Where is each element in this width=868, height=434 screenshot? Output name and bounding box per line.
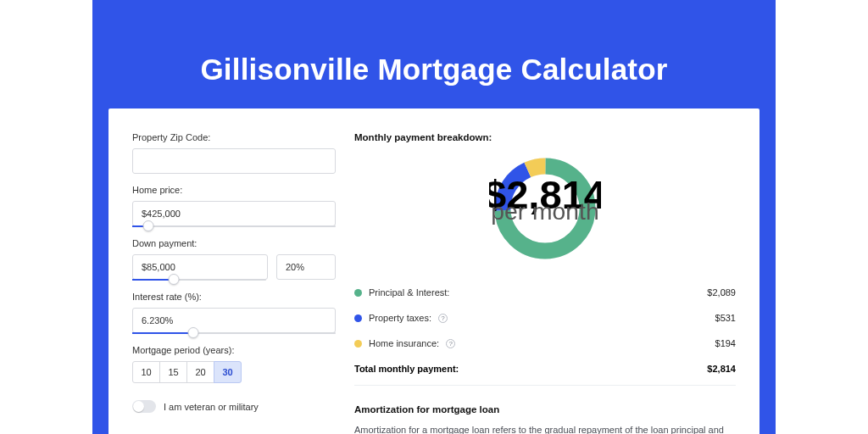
interest-input[interactable]: [132, 308, 336, 333]
zip-field: Property Zip Code:: [132, 132, 336, 174]
zip-input[interactable]: [132, 148, 336, 174]
interest-slider-fill: [132, 332, 193, 334]
label-total: Total monthly payment:: [354, 364, 459, 374]
amortization-title: Amortization for mortgage loan: [354, 404, 736, 415]
info-icon[interactable]: ?: [446, 339, 455, 348]
interest-field: Interest rate (%):: [132, 292, 336, 334]
veteran-label: I am veteran or military: [164, 402, 259, 412]
calculator-card: Property Zip Code: Home price: Down paym…: [108, 108, 760, 434]
value-principal: $2,089: [707, 287, 736, 298]
page: Gillisonville Mortgage Calculator Proper…: [0, 0, 868, 434]
dot-taxes: [354, 314, 362, 322]
donut-sub: per month: [491, 198, 598, 225]
donut-svg: $2,814 per month: [489, 153, 601, 264]
interest-slider-thumb[interactable]: [188, 327, 199, 338]
down-payment-field: Down payment:: [132, 238, 336, 281]
dot-principal: [354, 289, 362, 297]
label-principal: Principal & Interest:: [369, 287, 449, 298]
period-20[interactable]: 20: [186, 361, 214, 383]
dot-insurance: [354, 340, 362, 348]
home-price-field: Home price:: [132, 185, 336, 227]
amortization-text: Amortization for a mortgage loan refers …: [354, 423, 736, 434]
period-field: Mortgage period (years): 10 15 20 30: [132, 345, 336, 383]
legend-row-tax: Property taxes: ? $531: [354, 305, 736, 331]
breakdown-panel: Monthly payment breakdown: $2,814 per mo…: [354, 132, 736, 434]
down-payment-slider[interactable]: [132, 279, 266, 281]
label-taxes: Property taxes:: [369, 313, 431, 323]
veteran-toggle-knob: [133, 401, 144, 412]
interest-slider[interactable]: [132, 332, 336, 334]
donut-chart: $2,814 per month: [354, 153, 736, 264]
period-15[interactable]: 15: [159, 361, 187, 383]
legend: Principal & Interest: $2,089 Property ta…: [354, 280, 736, 381]
veteran-row: I am veteran or military: [132, 400, 336, 413]
value-total: $2,814: [707, 364, 736, 374]
page-title: Gillisonville Mortgage Calculator: [0, 53, 868, 86]
veteran-toggle[interactable]: [132, 400, 156, 413]
legend-row-ins: Home insurance: ? $194: [354, 331, 736, 356]
period-label: Mortgage period (years):: [132, 345, 336, 355]
divider: [354, 385, 736, 386]
period-30[interactable]: 30: [214, 361, 242, 383]
info-icon[interactable]: ?: [438, 314, 448, 323]
inputs-panel: Property Zip Code: Home price: Down paym…: [132, 132, 336, 434]
home-price-slider[interactable]: [132, 225, 336, 227]
home-price-input[interactable]: [132, 201, 336, 226]
down-payment-input[interactable]: [132, 254, 268, 280]
label-insurance: Home insurance:: [369, 338, 439, 348]
period-10[interactable]: 10: [132, 361, 160, 383]
home-price-label: Home price:: [132, 185, 336, 195]
value-insurance: $194: [715, 338, 736, 348]
legend-row-total: Total monthly payment: $2,814: [354, 356, 736, 381]
zip-label: Property Zip Code:: [132, 132, 336, 142]
legend-row-pi: Principal & Interest: $2,089: [354, 280, 736, 305]
interest-label: Interest rate (%):: [132, 292, 336, 302]
breakdown-title: Monthly payment breakdown:: [354, 132, 736, 142]
down-payment-pct-input[interactable]: [276, 254, 336, 280]
value-taxes: $531: [715, 313, 736, 323]
home-price-slider-thumb[interactable]: [143, 220, 154, 231]
down-payment-label: Down payment:: [132, 238, 336, 248]
down-payment-slider-thumb[interactable]: [168, 274, 179, 285]
period-buttons: 10 15 20 30: [132, 361, 336, 383]
